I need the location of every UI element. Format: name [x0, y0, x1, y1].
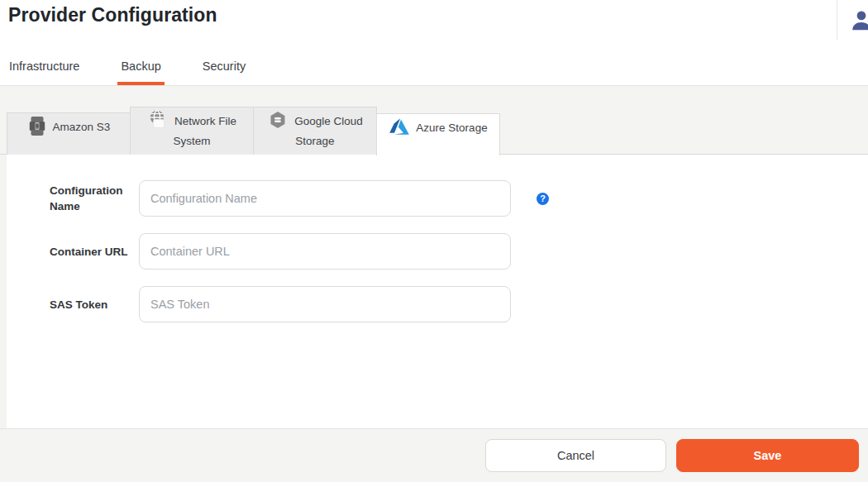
sas-token-input[interactable]: [139, 286, 511, 322]
configuration-name-label: Configuration Name: [50, 183, 129, 214]
hexagon-equals-icon: [267, 109, 289, 131]
tab-network-file-system[interactable]: Network File System: [130, 107, 254, 155]
s3-bucket-icon: [27, 115, 47, 137]
provider-tabstrip: Amazon S3 Network File System Google Clo…: [7, 112, 868, 155]
tab-amazon-s3[interactable]: Amazon S3: [7, 112, 131, 155]
tab-azure-storage[interactable]: Azure Storage: [376, 113, 500, 155]
tab-label: Network File System: [173, 115, 236, 147]
cancel-button[interactable]: Cancel: [485, 439, 666, 472]
tab-label: Google Cloud Storage: [294, 115, 363, 147]
help-icon[interactable]: ?: [537, 193, 549, 205]
form-row-container-url: Container URL: [50, 233, 868, 270]
user-icon[interactable]: [849, 8, 868, 33]
provider-tab-band: Amazon S3 Network File System Google Clo…: [0, 86, 868, 155]
globe-folder-icon: [147, 109, 169, 131]
top-nav: Infrastructure Backup Security: [6, 59, 284, 85]
azure-logo-icon: [389, 116, 410, 137]
form-row-configuration-name: Configuration Name ?: [50, 180, 868, 217]
form-row-sas-token: SAS Token: [50, 286, 868, 322]
nav-item-infrastructure[interactable]: Infrastructure: [6, 59, 83, 85]
action-footer: Cancel Save: [0, 428, 868, 482]
configuration-name-input[interactable]: [139, 180, 511, 217]
sas-token-label: SAS Token: [50, 297, 129, 313]
nav-item-security[interactable]: Security: [199, 59, 249, 85]
save-button[interactable]: Save: [676, 439, 859, 472]
tab-label: Azure Storage: [416, 122, 487, 134]
tab-label: Amazon S3: [53, 121, 111, 133]
tab-google-cloud-storage[interactable]: Google Cloud Storage: [253, 107, 377, 155]
container-url-input[interactable]: [139, 233, 511, 270]
page-title: Provider Configuration: [8, 4, 217, 26]
azure-storage-form-panel: Configuration Name ? Container URL SAS T…: [7, 155, 868, 428]
nav-item-backup[interactable]: Backup: [117, 59, 164, 85]
container-url-label: Container URL: [50, 244, 129, 260]
page-header: Provider Configuration Infrastructure Ba…: [0, 0, 868, 86]
header-divider: [837, 0, 837, 40]
